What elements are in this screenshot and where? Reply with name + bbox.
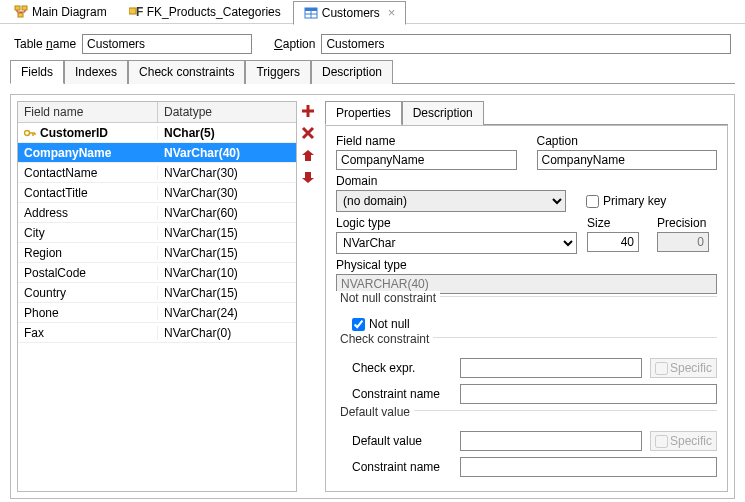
default-name-label: Constraint name — [352, 460, 452, 474]
field-name-cell: ContactTitle — [24, 186, 88, 200]
field-name-cell: Country — [24, 286, 66, 300]
default-name-input[interactable] — [460, 457, 717, 477]
table-row[interactable]: ContactNameNVarChar(30) — [18, 163, 296, 183]
move-down-button[interactable] — [300, 169, 316, 185]
specific-checkbox — [655, 435, 668, 448]
notnull-checkbox-wrap[interactable]: Not null — [352, 317, 410, 331]
table-row[interactable]: AddressNVarChar(60) — [18, 203, 296, 223]
move-up-icon — [301, 148, 315, 162]
table-row[interactable]: FaxNVarChar(0) — [18, 323, 296, 343]
default-value-label: Default value — [352, 434, 452, 448]
check-expr-input[interactable] — [460, 358, 642, 378]
default-value-input[interactable] — [460, 431, 642, 451]
check-name-label: Constraint name — [352, 387, 452, 401]
delete-field-button[interactable] — [300, 125, 316, 141]
datatype-cell: NVarChar(24) — [158, 306, 296, 320]
domain-select[interactable]: (no domain) — [336, 190, 566, 212]
diagram-icon — [14, 5, 28, 19]
check-specific-toggle: Specific — [650, 358, 717, 378]
notnull-checkbox[interactable] — [352, 318, 365, 331]
check-name-input[interactable] — [460, 384, 717, 404]
primary-key-checkbox[interactable] — [586, 195, 599, 208]
size-input[interactable] — [587, 232, 639, 252]
primary-key-label: Primary key — [603, 194, 666, 208]
precision-input — [657, 232, 709, 252]
doc-tab-main-diagram[interactable]: Main Diagram — [4, 0, 117, 24]
doc-tab-label: Customers — [322, 6, 380, 20]
tab-fields[interactable]: Fields — [10, 60, 64, 84]
section-tabs: Fields Indexes Check constraints Trigger… — [10, 60, 735, 84]
fields-panel: Field name Datatype CustomerIDNChar(5)Co… — [10, 94, 735, 499]
table-row[interactable]: RegionNVarChar(15) — [18, 243, 296, 263]
field-name-cell: CustomerID — [40, 126, 108, 140]
close-icon[interactable]: × — [388, 5, 396, 20]
default-specific-toggle: Specific — [650, 431, 717, 451]
properties-tabs: Properties Description — [325, 101, 728, 125]
table-row[interactable]: CustomerIDNChar(5) — [18, 123, 296, 143]
tab-triggers[interactable]: Triggers — [245, 60, 311, 84]
field-name-cell: City — [24, 226, 45, 240]
fk-icon: FK — [129, 5, 143, 19]
field-name-cell: ContactName — [24, 166, 97, 180]
table-row[interactable]: PostalCodeNVarChar(10) — [18, 263, 296, 283]
table-row[interactable]: PhoneNVarChar(24) — [18, 303, 296, 323]
table-header-form: Table name Caption — [0, 24, 745, 60]
field-name-cell: PostalCode — [24, 266, 86, 280]
add-field-button[interactable] — [300, 103, 316, 119]
specific-checkbox — [655, 362, 668, 375]
table-caption-input[interactable] — [321, 34, 731, 54]
table-row[interactable]: CompanyNameNVarChar(40) — [18, 143, 296, 163]
primary-key-checkbox-wrap[interactable]: Primary key — [586, 194, 666, 208]
logic-type-label: Logic type — [336, 216, 577, 230]
field-name-cell: Phone — [24, 306, 59, 320]
col-datatype[interactable]: Datatype — [158, 102, 296, 122]
notnull-label: Not null — [369, 317, 410, 331]
properties-body: Field name Caption Domain (no domain) Pr… — [325, 125, 728, 492]
field-name-input[interactable] — [336, 150, 517, 170]
svg-rect-6 — [305, 8, 317, 11]
add-icon — [301, 104, 315, 118]
document-tabs: Main Diagram FK FK_Products_Categories C… — [0, 0, 745, 24]
svg-rect-2 — [18, 13, 23, 17]
logic-type-select[interactable]: NVarChar — [336, 232, 577, 254]
svg-rect-1 — [22, 6, 27, 10]
delete-icon — [301, 126, 315, 140]
ptab-description[interactable]: Description — [402, 101, 484, 125]
table-row[interactable]: ContactTitleNVarChar(30) — [18, 183, 296, 203]
field-caption-label: Caption — [537, 134, 718, 148]
table-name-input[interactable] — [82, 34, 252, 54]
domain-label: Domain — [336, 174, 717, 188]
check-expr-label: Check expr. — [352, 361, 452, 375]
doc-tab-label: FK_Products_Categories — [147, 5, 281, 19]
field-caption-input[interactable] — [537, 150, 718, 170]
field-table: Field name Datatype CustomerIDNChar(5)Co… — [17, 101, 297, 492]
ptab-properties[interactable]: Properties — [325, 101, 402, 125]
field-name-cell: Address — [24, 206, 68, 220]
move-down-icon — [301, 170, 315, 184]
doc-tab-fk[interactable]: FK FK_Products_Categories — [119, 0, 291, 24]
field-name-cell: Fax — [24, 326, 44, 340]
field-name-cell: Region — [24, 246, 62, 260]
tab-indexes[interactable]: Indexes — [64, 60, 128, 84]
datatype-cell: NVarChar(30) — [158, 166, 296, 180]
tab-check-constraints[interactable]: Check constraints — [128, 60, 245, 84]
datatype-cell: NVarChar(15) — [158, 246, 296, 260]
field-toolbar — [297, 101, 319, 492]
move-up-button[interactable] — [300, 147, 316, 163]
doc-tab-customers[interactable]: Customers × — [293, 1, 407, 25]
field-table-header: Field name Datatype — [18, 102, 296, 123]
precision-label: Precision — [657, 216, 717, 230]
datatype-cell: NVarChar(15) — [158, 286, 296, 300]
size-label: Size — [587, 216, 647, 230]
col-field-name[interactable]: Field name — [18, 102, 158, 122]
check-group-title: Check constraint — [336, 332, 433, 346]
field-rows: CustomerIDNChar(5)CompanyNameNVarChar(40… — [18, 123, 296, 343]
svg-point-9 — [25, 130, 30, 135]
table-row[interactable]: CountryNVarChar(15) — [18, 283, 296, 303]
default-group-title: Default value — [336, 405, 414, 419]
physical-type-label: Physical type — [336, 258, 717, 272]
table-row[interactable]: CityNVarChar(15) — [18, 223, 296, 243]
tab-description[interactable]: Description — [311, 60, 393, 84]
datatype-cell: NVarChar(0) — [158, 326, 296, 340]
datatype-cell: NVarChar(40) — [158, 146, 296, 160]
